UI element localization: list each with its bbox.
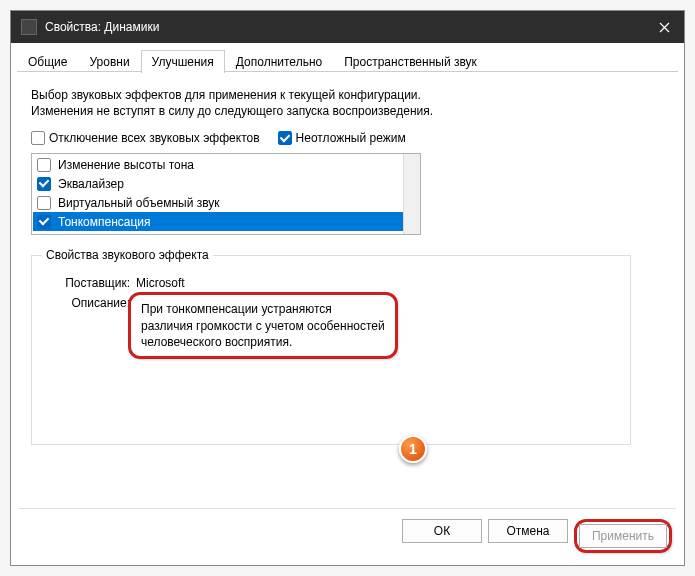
titlebar: Свойства: Динамики xyxy=(11,11,684,43)
list-item-eq[interactable]: Эквалайзер xyxy=(33,174,419,193)
checkbox-icon xyxy=(37,215,51,229)
checkbox-label: Отключение всех звуковых эффектов xyxy=(49,131,260,145)
provider-row: Поставщик: Microsoft xyxy=(46,276,616,290)
tab-advanced[interactable]: Дополнительно xyxy=(225,50,333,73)
tab-content: Выбор звуковых эффектов для применения к… xyxy=(11,73,684,508)
tab-general[interactable]: Общие xyxy=(17,50,78,73)
properties-dialog: Свойства: Динамики Общие Уровни Улучшени… xyxy=(10,10,685,566)
dialog-footer: ОК Отмена Применить xyxy=(11,509,684,565)
description-row: Описание: При тонкомпенсации устраняются… xyxy=(46,296,616,359)
group-legend: Свойства звукового эффекта xyxy=(42,248,213,262)
list-item-label: Изменение высоты тона xyxy=(56,158,196,172)
tab-label: Общие xyxy=(28,55,67,69)
checkbox-icon xyxy=(37,158,51,172)
speaker-icon xyxy=(21,19,37,35)
effect-properties-group: Свойства звукового эффекта Поставщик: Mi… xyxy=(31,255,631,445)
list-item-label: Тонкомпенсация xyxy=(56,215,153,229)
tab-label: Дополнительно xyxy=(236,55,322,69)
ok-button[interactable]: ОК xyxy=(402,519,482,543)
disable-all-checkbox[interactable]: Отключение всех звуковых эффектов xyxy=(31,131,260,145)
tab-levels[interactable]: Уровни xyxy=(78,50,140,73)
description-value: При тонкомпенсации устраняются различия … xyxy=(141,302,385,348)
list-item-vsurround[interactable]: Виртуальный объемный звук xyxy=(33,193,419,212)
description-label: Описание: xyxy=(46,296,136,359)
window-title: Свойства: Динамики xyxy=(45,20,644,34)
list-item-pitch[interactable]: Изменение высоты тона xyxy=(33,155,419,174)
listbox-scrollbar[interactable] xyxy=(403,154,420,234)
apply-button[interactable]: Применить xyxy=(579,524,667,548)
tab-strip: Общие Уровни Улучшения Дополнительно Про… xyxy=(11,43,684,73)
tab-spatial[interactable]: Пространственный звук xyxy=(333,50,488,73)
list-item-loudness[interactable]: Тонкомпенсация xyxy=(33,212,419,231)
effects-listbox[interactable]: Изменение высоты тона Эквалайзер Виртуал… xyxy=(31,153,421,235)
checkbox-label: Неотложный режим xyxy=(296,131,406,145)
tab-label: Уровни xyxy=(89,55,129,69)
tab-label: Пространственный звук xyxy=(344,55,477,69)
checkbox-icon xyxy=(37,177,51,191)
close-icon xyxy=(659,22,670,33)
tab-enhancements[interactable]: Улучшения xyxy=(141,50,225,73)
list-item-label: Эквалайзер xyxy=(56,177,126,191)
description-highlight: При тонкомпенсации устраняются различия … xyxy=(128,292,398,359)
immediate-mode-checkbox[interactable]: Неотложный режим xyxy=(278,131,406,145)
cancel-button[interactable]: Отмена xyxy=(488,519,568,543)
provider-value: Microsoft xyxy=(136,276,616,290)
tab-underline xyxy=(17,71,678,72)
callout-1: 1 xyxy=(399,435,427,463)
top-options-row: Отключение всех звуковых эффектов Неотло… xyxy=(31,131,664,145)
apply-highlight: Применить xyxy=(574,519,672,553)
intro-text: Выбор звуковых эффектов для применения к… xyxy=(31,87,451,119)
checkbox-icon xyxy=(37,196,51,210)
list-item-label: Виртуальный объемный звук xyxy=(56,196,222,210)
checkbox-icon xyxy=(278,131,292,145)
tab-label: Улучшения xyxy=(152,55,214,69)
close-button[interactable] xyxy=(644,11,684,43)
checkbox-icon xyxy=(31,131,45,145)
provider-label: Поставщик: xyxy=(46,276,136,290)
